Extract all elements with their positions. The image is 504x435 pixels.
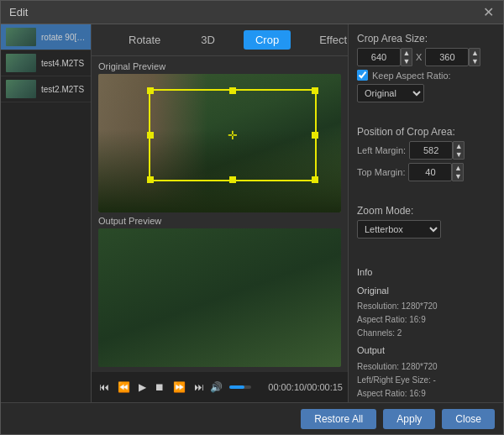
apply-button[interactable]: Apply xyxy=(383,409,435,429)
output-video-bg xyxy=(98,228,341,367)
original-channels: Channels: 2 xyxy=(357,327,495,340)
main-content: rotate 90[49]... test4.M2TS test2.M2TS R… xyxy=(1,24,503,402)
title-bar: Edit ✕ xyxy=(1,1,503,24)
original-preview-section: Original Preview xyxy=(98,61,341,212)
output-eye-size: Left/Right Eye Size: - xyxy=(357,374,495,387)
clip-name-2: test2.M2TS xyxy=(41,85,84,94)
clip-thumb-1 xyxy=(6,54,36,72)
clip-item-2[interactable]: test2.M2TS xyxy=(1,76,91,102)
main-window: Edit ✕ rotate 90[49]... test4.M2TS xyxy=(0,0,504,435)
preview-area: Original Preview xyxy=(92,56,348,372)
info-label: Info xyxy=(357,265,495,280)
window-title: Edit xyxy=(9,6,28,18)
zoom-section: Zoom Mode: Letterbox xyxy=(357,205,495,242)
left-margin-row: Left Margin: ▲▼ xyxy=(357,141,495,160)
center-panel: Rotate 3D Crop Effect Watermark Original… xyxy=(92,24,348,402)
output-preview-label: Output Preview xyxy=(98,216,341,226)
clip-name-1: test4.M2TS xyxy=(41,59,84,68)
original-aspect: Aspect Ratio: 16:9 xyxy=(357,313,495,327)
position-label: Position of Crop Area: xyxy=(357,126,495,138)
position-section: Position of Crop Area: Left Margin: ▲▼ T… xyxy=(357,126,495,185)
step-forward-button[interactable]: ⏩ xyxy=(171,380,188,395)
right-panel: Crop Area Size: ▲▼ X ▲▼ Keep Aspect Ra xyxy=(348,24,503,402)
crop-width-input[interactable] xyxy=(357,48,401,66)
tab-crop[interactable]: Crop xyxy=(244,30,291,50)
skip-start-button[interactable]: ⏮ xyxy=(97,380,112,395)
left-margin-spinner-btn[interactable]: ▲▼ xyxy=(453,141,465,160)
top-margin-row: Top Margin: ▲▼ xyxy=(357,163,495,181)
close-window-button[interactable]: ✕ xyxy=(481,6,495,19)
left-margin-input[interactable] xyxy=(409,141,453,160)
skip-end-button[interactable]: ⏭ xyxy=(192,380,207,395)
keep-aspect-row: Keep Aspect Ratio: xyxy=(357,70,495,81)
step-back-button[interactable]: ⏪ xyxy=(115,380,133,395)
output-resolution: Resolution: 1280*720 xyxy=(357,360,495,374)
original-subtitle: Original xyxy=(357,284,495,299)
time-display: 00:00:10/00:00:15 xyxy=(268,382,343,392)
bottom-bar: Restore All Apply Close xyxy=(1,402,503,434)
tab-3d[interactable]: 3D xyxy=(189,30,227,50)
left-margin-label: Left Margin: xyxy=(357,145,406,155)
tabs-bar: Rotate 3D Crop Effect Watermark xyxy=(92,24,348,56)
original-resolution: Resolution: 1280*720 xyxy=(357,300,495,313)
clip-item-0[interactable]: rotate 90[49]... xyxy=(1,24,91,50)
output-preview-section: Output Preview xyxy=(98,216,341,367)
height-spinner-btn[interactable]: ▲▼ xyxy=(469,48,480,66)
output-subtitle: Output xyxy=(357,343,495,359)
tab-rotate[interactable]: Rotate xyxy=(117,30,172,50)
clip-thumb-0 xyxy=(6,28,36,46)
video-overlay xyxy=(98,129,341,212)
zoom-label: Zoom Mode: xyxy=(357,205,495,217)
volume-icon: 🔊 xyxy=(210,381,223,393)
aspect-select-row: Original xyxy=(357,84,495,102)
left-margin-spinner: ▲▼ xyxy=(409,141,465,160)
output-aspect: Aspect Ratio: 16:9 xyxy=(357,387,495,401)
play-button[interactable]: ▶ xyxy=(136,380,149,395)
stop-button[interactable]: ⏹ xyxy=(152,380,167,395)
crop-height-input[interactable] xyxy=(425,48,469,66)
width-spinner: ▲▼ xyxy=(357,48,412,66)
height-spinner: ▲▼ xyxy=(425,48,480,66)
original-preview-label: Original Preview xyxy=(98,61,341,71)
aspect-select[interactable]: Original xyxy=(357,84,424,102)
tab-effect[interactable]: Effect xyxy=(307,30,348,50)
width-spinner-btn[interactable]: ▲▼ xyxy=(401,48,412,66)
crop-area-size-label: Crop Area Size: xyxy=(357,33,495,45)
top-margin-input[interactable] xyxy=(408,163,452,181)
output-preview-video xyxy=(98,228,341,367)
x-separator: X xyxy=(416,52,422,62)
clip-name-0: rotate 90[49]... xyxy=(41,33,86,42)
volume-track[interactable] xyxy=(229,385,251,389)
top-margin-label: Top Margin: xyxy=(357,167,405,177)
keep-aspect-label: Keep Aspect Ratio: xyxy=(372,71,451,81)
clip-item-1[interactable]: test4.M2TS xyxy=(1,50,91,76)
crop-size-row: ▲▼ X ▲▼ xyxy=(357,48,495,66)
original-video-bg xyxy=(98,74,341,212)
info-section: Info Original Resolution: 1280*720 Aspec… xyxy=(357,262,495,402)
clip-thumb-2 xyxy=(6,80,36,98)
restore-all-button[interactable]: Restore All xyxy=(301,409,376,429)
zoom-select-row: Letterbox xyxy=(357,220,495,238)
volume-fill xyxy=(229,385,244,389)
zoom-select[interactable]: Letterbox xyxy=(357,220,441,238)
close-button[interactable]: Close xyxy=(442,409,495,429)
top-margin-spinner-btn[interactable]: ▲▼ xyxy=(452,163,464,181)
playback-controls: ⏮ ⏪ ▶ ⏹ ⏩ ⏭ 🔊 00:00:10/00:00:15 xyxy=(92,372,348,402)
crop-area-size-section: Crop Area Size: ▲▼ X ▲▼ Keep Aspect Ra xyxy=(357,33,495,106)
original-preview-video: ✛ xyxy=(98,74,341,212)
clip-list-panel: rotate 90[49]... test4.M2TS test2.M2TS xyxy=(1,24,92,402)
keep-aspect-checkbox[interactable] xyxy=(357,70,368,81)
top-margin-spinner: ▲▼ xyxy=(408,163,464,181)
